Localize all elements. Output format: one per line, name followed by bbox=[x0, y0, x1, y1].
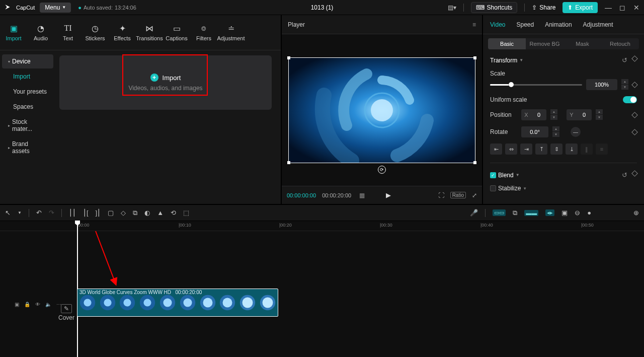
player-menu-icon[interactable]: ≡ bbox=[472, 21, 476, 28]
snap-button[interactable]: ▬▬ bbox=[524, 210, 538, 216]
zoom-in-button[interactable]: ⊕ bbox=[633, 209, 639, 217]
track-visibility-icon[interactable]: 👁 bbox=[35, 302, 40, 307]
player-stage[interactable]: ⟳ bbox=[282, 34, 482, 186]
tab-filters[interactable]: ⌾Filters bbox=[190, 24, 217, 41]
tab-text[interactable]: TIText bbox=[54, 24, 82, 41]
distribute-h-button[interactable]: ‖ bbox=[581, 144, 593, 155]
scale-stepper[interactable]: ▲▼ bbox=[621, 79, 628, 90]
stabilize-checkbox[interactable] bbox=[490, 185, 496, 191]
minimize-button[interactable]: — bbox=[605, 4, 612, 12]
split-button[interactable]: ⎮⎮ bbox=[69, 209, 76, 217]
rotate-stepper[interactable]: ▲▼ bbox=[552, 126, 559, 137]
track-mute-icon[interactable]: 🔈 bbox=[45, 302, 51, 307]
keyframe-icon[interactable] bbox=[631, 82, 638, 88]
blend-checkbox[interactable]: ✓ bbox=[490, 172, 496, 178]
sidebar-item-stock[interactable]: ▸Stock mater... bbox=[2, 115, 53, 136]
tab-effects[interactable]: ✦Effects bbox=[109, 24, 136, 41]
distribute-v-button[interactable]: ≡ bbox=[596, 144, 608, 155]
scale-value[interactable]: 100% bbox=[586, 79, 617, 90]
mirror-button[interactable]: — bbox=[571, 127, 581, 137]
sidebar-item-presets[interactable]: Your presets bbox=[2, 85, 53, 99]
rp-tab-video[interactable]: Video bbox=[490, 21, 505, 28]
import-dropzone[interactable]: + Import Videos, audios, and images bbox=[59, 55, 272, 110]
track-settings-icon[interactable]: ▣ bbox=[15, 302, 19, 307]
sidebar-item-device[interactable]: ▾Device bbox=[2, 54, 53, 68]
magnet-button[interactable]: ▭▭ bbox=[493, 209, 506, 216]
uniform-scale-toggle[interactable] bbox=[623, 96, 637, 103]
align-top-button[interactable]: ⤒ bbox=[535, 144, 547, 155]
subtab-retouch[interactable]: Retouch bbox=[601, 38, 639, 49]
tab-import[interactable]: ▣Import bbox=[0, 24, 27, 41]
split-right-button[interactable]: ]⎮ bbox=[96, 209, 101, 217]
align-bottom-button[interactable]: ⤓ bbox=[566, 144, 578, 155]
delete-button[interactable]: ▢ bbox=[108, 209, 114, 217]
undo-button[interactable]: ↶ bbox=[36, 209, 42, 217]
rotate-value[interactable]: 0.0° bbox=[521, 126, 548, 137]
sidebar-item-spaces[interactable]: Spaces bbox=[2, 100, 53, 114]
rotate-button[interactable]: ⟲ bbox=[171, 209, 176, 217]
toggle1-button[interactable]: ▣ bbox=[561, 209, 568, 217]
rp-tab-adjustment[interactable]: Adjustment bbox=[583, 21, 613, 28]
mic-button[interactable]: 🎤 bbox=[470, 209, 478, 217]
menu-button[interactable]: Menu ▼ bbox=[40, 3, 71, 13]
reset-icon[interactable]: ↺ bbox=[622, 171, 627, 179]
sidebar-item-import[interactable]: Import bbox=[2, 69, 53, 84]
thumbnails-icon[interactable]: ▦ bbox=[359, 192, 365, 199]
share-button[interactable]: ⇪ Share bbox=[532, 4, 555, 11]
zoom-slider[interactable]: ● bbox=[587, 209, 591, 217]
tab-transitions[interactable]: ⋈Transitions bbox=[136, 24, 163, 41]
keyframe-icon[interactable] bbox=[631, 170, 638, 177]
subtab-removebg[interactable]: Remove BG bbox=[526, 38, 564, 49]
sidebar-item-brand[interactable]: ▸Brand assets bbox=[2, 137, 53, 158]
copy-button[interactable]: ⧉ bbox=[133, 209, 137, 217]
position-x-input[interactable]: X0 bbox=[521, 109, 546, 120]
zoom-out-button[interactable]: ⊖ bbox=[575, 209, 580, 217]
mirror-button[interactable]: ▲ bbox=[157, 209, 164, 217]
align-center-h-button[interactable]: ⇔ bbox=[505, 144, 517, 155]
selection-tool-button[interactable]: ↖ bbox=[5, 209, 11, 217]
section-blend[interactable]: Blend bbox=[498, 172, 514, 179]
rotate-handle-icon[interactable]: ⟳ bbox=[378, 166, 386, 174]
reset-icon[interactable]: ↺ bbox=[622, 56, 627, 64]
align-center-v-button[interactable]: ⇕ bbox=[550, 144, 562, 155]
cover-button[interactable]: ✎ Cover bbox=[58, 304, 74, 321]
fullscreen-icon[interactable]: ⤢ bbox=[472, 192, 477, 199]
keyframe-icon[interactable] bbox=[631, 55, 638, 62]
link-button[interactable]: ⧉ bbox=[513, 209, 517, 217]
rp-tab-speed[interactable]: Speed bbox=[516, 21, 534, 28]
pos-y-stepper[interactable]: ▲▼ bbox=[596, 109, 603, 120]
keyframe-icon[interactable] bbox=[631, 129, 638, 135]
subtab-mask[interactable]: Mask bbox=[564, 38, 601, 49]
marker-button[interactable]: ◇ bbox=[121, 209, 126, 217]
maximize-button[interactable]: ◻ bbox=[619, 4, 626, 12]
layout-icon[interactable]: ▤▾ bbox=[448, 4, 456, 11]
preview-button[interactable]: ◂▸ bbox=[545, 209, 554, 216]
video-preview[interactable]: ⟳ bbox=[289, 58, 475, 163]
timeline-ruler[interactable]: 00:00 |00:10 |00:20 |00:30 |00:40 |00:50 bbox=[0, 221, 644, 231]
reverse-button[interactable]: ◐ bbox=[144, 209, 150, 217]
timeline-clip[interactable]: 3D World Globe Curves Zoom WWW HD 00:00:… bbox=[77, 289, 278, 317]
crop-icon[interactable]: ⛶ bbox=[438, 192, 444, 199]
track-lock-icon[interactable]: 🔒 bbox=[24, 302, 30, 307]
crop-button[interactable]: ⬚ bbox=[183, 209, 189, 217]
pos-x-stepper[interactable]: ▲▼ bbox=[550, 109, 557, 120]
align-right-button[interactable]: ⇥ bbox=[520, 144, 532, 155]
section-transform[interactable]: Transform bbox=[490, 57, 517, 64]
position-y-input[interactable]: Y0 bbox=[567, 109, 592, 120]
tab-audio[interactable]: ◔Audio bbox=[27, 24, 54, 41]
split-left-button[interactable]: ⎮[ bbox=[83, 209, 89, 217]
align-left-button[interactable]: ⇤ bbox=[490, 144, 502, 155]
close-button[interactable]: ✕ bbox=[633, 4, 640, 12]
tab-adjustment[interactable]: ≐Adjustment bbox=[217, 24, 245, 41]
tab-captions[interactable]: ▭Captions bbox=[163, 24, 190, 41]
ratio-button[interactable]: Ratio bbox=[450, 192, 466, 198]
tab-stickers[interactable]: ◷Stickers bbox=[82, 24, 109, 41]
redo-button[interactable]: ↷ bbox=[49, 209, 54, 217]
timeline-tracks[interactable]: 3D World Globe Curves Zoom WWW HD 00:00:… bbox=[75, 231, 644, 357]
rp-tab-animation[interactable]: Animation bbox=[545, 21, 572, 28]
subtab-basic[interactable]: Basic bbox=[488, 38, 526, 49]
section-stabilize[interactable]: Stabilize bbox=[498, 185, 521, 192]
shortcuts-button[interactable]: ⌨ Shortcuts bbox=[471, 2, 518, 13]
keyframe-icon[interactable] bbox=[631, 112, 638, 118]
chevron-down-icon[interactable]: ▼ bbox=[18, 210, 22, 215]
